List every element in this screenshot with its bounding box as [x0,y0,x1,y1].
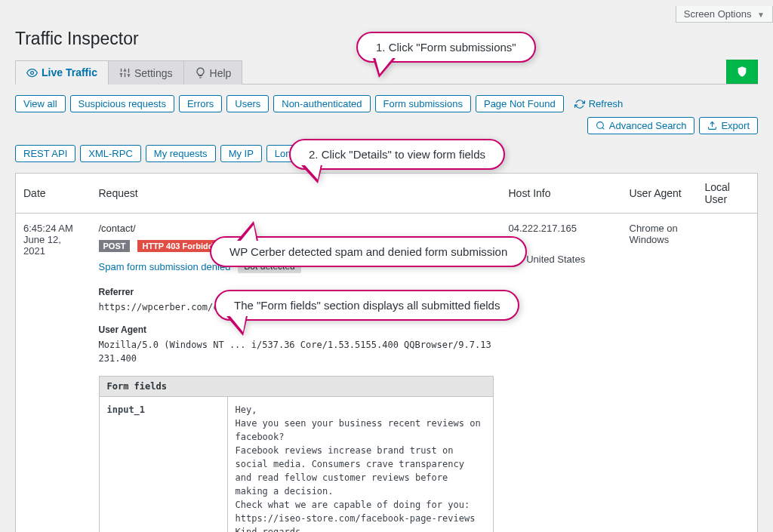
svg-line-11 [602,128,604,129]
export-label: Export [721,120,750,131]
country-label: United States [526,254,585,265]
shield-icon [736,66,748,78]
row-date: June 12, 2021 [23,234,84,257]
filter-my-requests[interactable]: My requests [146,145,216,162]
eye-icon [26,67,38,78]
col-date[interactable]: Date [16,174,91,214]
filter-row-1: View all Suspicious requests Errors User… [15,95,758,134]
filter-xmlrpc[interactable]: XML-RPC [80,145,141,162]
lightbulb-icon [195,67,206,78]
form-fields-table: Form fields input_1Hey, Have you seen yo… [99,376,494,532]
filter-errors[interactable]: Errors [179,95,222,112]
ua-value: Mozilla/5.0 (Windows NT ... i/537.36 Cor… [99,338,494,365]
form-field-value: Hey, Have you seen your business recent … [227,397,493,533]
screen-options-button[interactable]: Screen Options ▼ [676,6,773,23]
filter-page-not-found[interactable]: Page Not Found [476,95,564,112]
form-field-row: input_1Hey, Have you seen your business … [99,397,493,533]
advanced-search-label: Advanced Search [609,120,687,131]
filter-view-all[interactable]: View all [15,95,66,112]
filter-suspicious[interactable]: Suspicious requests [70,95,174,112]
callout-4: The "Form fields" section displays all s… [214,290,519,321]
search-icon [596,121,605,131]
col-host[interactable]: Host Info [501,174,622,214]
filter-users[interactable]: Users [226,95,269,112]
refresh-label: Refresh [589,98,624,109]
user-agent-short: Chrome on Windows [630,223,690,245]
filter-non-auth[interactable]: Non-authenticated [273,95,370,112]
traffic-table: Date Request Host Info User Agent Local … [15,173,758,532]
refresh-icon [574,99,585,109]
filter-rest-api[interactable]: REST API [15,145,75,162]
shield-button[interactable] [726,60,758,84]
form-field-key: input_1 [99,397,227,533]
col-request[interactable]: Request [91,174,501,214]
spam-denied-link[interactable]: Spam form submission denied [99,261,231,272]
host-ip: 04.222.217.165 [509,223,614,234]
callout-1: 1. Click "Form submissions" [356,32,536,63]
svg-point-10 [596,122,603,129]
sliders-icon [119,67,131,78]
svg-point-0 [31,71,34,74]
form-fields-header: Form fields [99,377,493,397]
tab-settings[interactable]: Settings [108,60,184,85]
right-actions: Advanced Search Export [587,117,758,134]
filter-my-ip[interactable]: My IP [220,145,262,162]
col-ua[interactable]: User Agent [622,174,698,214]
col-local[interactable]: Local User [698,174,758,214]
tab-help-label: Help [210,67,232,79]
filter-form-submissions[interactable]: Form submissions [375,95,471,112]
callout-3: WP Cerber detected spam and denied form … [210,236,527,267]
local-user-cell [698,214,758,533]
row-time: 6:45:24 AM [23,223,84,234]
chevron-down-icon: ▼ [757,11,765,19]
method-badge: POST [99,240,131,252]
request-path: /contact/ [99,223,494,234]
tab-help[interactable]: Help [183,60,243,85]
tab-settings-label: Settings [134,67,173,79]
screen-options-label: Screen Options [684,8,752,20]
export-button[interactable]: Export [699,117,758,134]
ua-label: User Agent [99,324,494,335]
tab-live-label: Live Traffic [42,66,97,78]
callout-2: 2. Click "Details" to view form fields [289,139,505,170]
ua-section: User Agent Mozilla/5.0 (Windows NT ... i… [99,324,494,365]
refresh-button[interactable]: Refresh [574,98,624,109]
tab-live-traffic[interactable]: Live Traffic [15,60,109,85]
export-icon [707,121,717,131]
advanced-search-button[interactable]: Advanced Search [587,117,695,134]
